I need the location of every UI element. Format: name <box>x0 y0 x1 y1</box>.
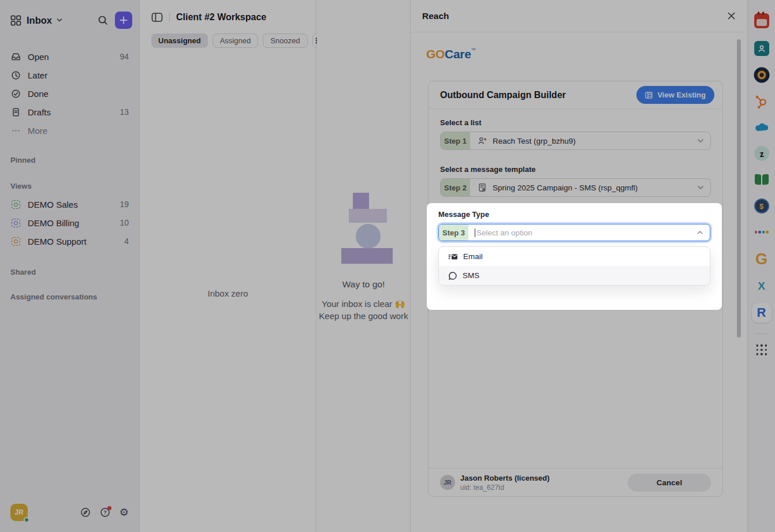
email-icon <box>448 253 458 261</box>
message-type-spotlight-card: Message Type Step 3 Select an option Ema… <box>427 203 722 310</box>
message-type-select[interactable]: Step 3 Select an option <box>438 224 710 241</box>
message-type-label: Message Type <box>438 210 710 219</box>
message-type-placeholder: Select an option <box>476 228 532 237</box>
message-type-dropdown-menu: Email SMS <box>438 246 710 286</box>
option-sms[interactable]: SMS <box>439 266 710 285</box>
step3-badge: Step 3 <box>439 224 468 241</box>
chevron-up-icon <box>697 231 703 234</box>
app-window: Inbox Open 94 Later <box>0 0 775 532</box>
text-cursor <box>475 228 475 237</box>
sms-bubble-icon <box>448 271 457 280</box>
option-email[interactable]: Email <box>439 247 710 266</box>
